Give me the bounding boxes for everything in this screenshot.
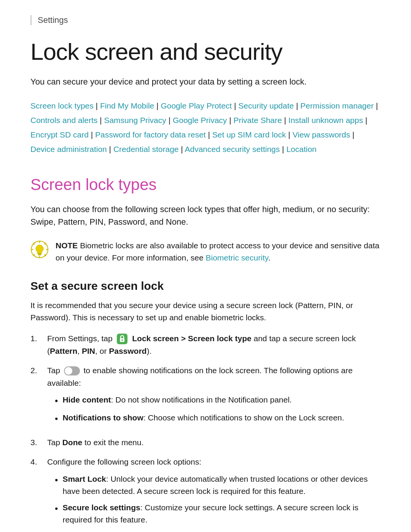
bullet-smart-lock: Smart Lock: Unlock your device automatic… <box>47 473 381 498</box>
nav-links-block: Screen lock types | Find My Mobile | Goo… <box>30 99 381 156</box>
nav-link-google-play-protect[interactable]: Google Play Protect <box>161 101 232 110</box>
step-2-num: 2. <box>30 364 43 430</box>
step-2-content: Tap to enable showing notifications on t… <box>47 364 381 430</box>
step-1-pattern: Pattern <box>50 347 77 355</box>
note-text: NOTE Biometric locks are also available … <box>56 240 381 264</box>
step-1-num: 1. <box>30 332 43 358</box>
breadcrumb: Settings <box>30 15 381 25</box>
step-1: 1. From Settings, tap Lock screen > Scre… <box>30 332 381 358</box>
toggle-switch-icon <box>64 366 80 375</box>
step-3-content: Tap Done to exit the menu. <box>47 436 381 449</box>
note-biometric-link[interactable]: Biometric security <box>206 253 268 262</box>
page-title: Lock screen and security <box>30 39 381 65</box>
subsection-intro-secure-lock: It is recommended that you secure your d… <box>30 299 381 324</box>
step-3-done: Done <box>62 438 83 447</box>
nav-link-credential-storage[interactable]: Credential storage <box>113 145 179 153</box>
step-2: 2. Tap to enable showing notifications o… <box>30 364 381 430</box>
svg-rect-9 <box>38 253 41 254</box>
bullet-notifications-to-show: Notifications to show: Choose which noti… <box>47 412 381 426</box>
nav-link-password-factory-reset[interactable]: Password for factory data reset <box>95 130 206 139</box>
nav-link-install-unknown-apps[interactable]: Install unknown apps <box>288 116 363 125</box>
note-box: NOTE Biometric locks are also available … <box>30 240 381 264</box>
smart-lock-label: Smart Lock <box>62 474 106 483</box>
nav-link-google-privacy[interactable]: Google Privacy <box>173 116 227 125</box>
steps-list: 1. From Settings, tap Lock screen > Scre… <box>30 332 381 530</box>
nav-link-encrypt-sd-card[interactable]: Encrypt SD card <box>30 130 89 139</box>
step-3-num: 3. <box>30 436 43 449</box>
breadcrumb-text: Settings <box>38 15 68 25</box>
nav-link-view-passwords[interactable]: View passwords <box>293 130 350 139</box>
svg-point-13 <box>121 339 123 341</box>
step-1-pin: PIN <box>82 347 95 355</box>
nav-link-location[interactable]: Location <box>286 145 316 153</box>
note-icon <box>30 240 49 259</box>
section-title-screen-lock-types: Screen lock types <box>30 175 381 194</box>
notifications-to-show-label: Notifications to show <box>62 413 143 422</box>
note-label: NOTE <box>56 241 78 250</box>
lock-screen-icon <box>116 333 128 345</box>
nav-link-set-up-sim-card-lock[interactable]: Set up SIM card lock <box>212 130 286 139</box>
step-4-bullets: Smart Lock: Unlock your device automatic… <box>47 473 381 526</box>
hide-content-label: Hide content <box>62 395 111 404</box>
nav-link-controls-and-alerts[interactable]: Controls and alerts <box>30 116 97 125</box>
step-1-content: From Settings, tap Lock screen > Screen … <box>47 332 381 358</box>
step-2-bullets: Hide content: Do not show notifications … <box>47 394 381 426</box>
screen-lock-types-intro: You can choose from the following screen… <box>30 203 381 228</box>
step-1-password: Password <box>109 347 147 355</box>
nav-link-security-update[interactable]: Security update <box>238 101 294 110</box>
bullet-secure-lock-settings: Secure lock settings: Customize your sec… <box>47 502 381 526</box>
nav-link-advanced-security-settings[interactable]: Advanced security settings <box>185 145 280 153</box>
nav-link-private-share[interactable]: Private Share <box>233 116 282 125</box>
step-3: 3. Tap Done to exit the menu. <box>30 436 381 449</box>
step-4-content: Configure the following screen lock opti… <box>47 456 381 530</box>
svg-rect-10 <box>38 254 41 256</box>
step-4-num: 4. <box>30 456 43 530</box>
nav-link-screen-lock-types[interactable]: Screen lock types <box>30 101 94 110</box>
step-1-bold-text: Lock screen > Screen lock type <box>132 334 251 343</box>
nav-link-find-my-mobile[interactable]: Find My Mobile <box>100 101 154 110</box>
nav-link-device-administration[interactable]: Device administration <box>30 145 107 153</box>
nav-link-samsung-privacy[interactable]: Samsung Privacy <box>104 116 166 125</box>
subsection-title-secure-lock: Set a secure screen lock <box>30 280 381 292</box>
secure-lock-settings-label: Secure lock settings <box>62 503 140 512</box>
nav-link-permission-manager[interactable]: Permission manager <box>300 101 374 110</box>
page-intro: You can secure your device and protect y… <box>30 75 381 88</box>
bullet-hide-content: Hide content: Do not show notifications … <box>47 394 381 408</box>
step-4: 4. Configure the following screen lock o… <box>30 456 381 530</box>
